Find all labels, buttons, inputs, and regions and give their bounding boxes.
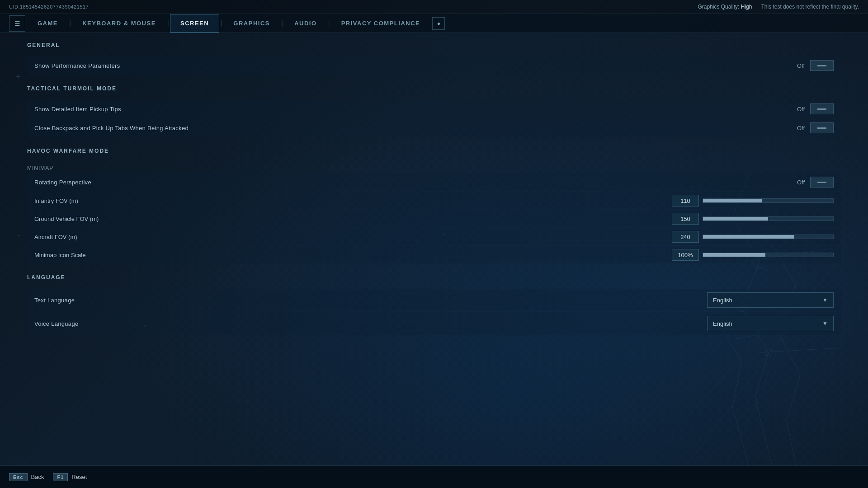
back-button[interactable]: Esc Back	[9, 473, 44, 481]
bottom-bar: Esc Back F1 Reset	[0, 465, 868, 488]
section-tactical: TACTICAL TURMOIL MODE Show Detailed Item…	[27, 85, 841, 137]
separator: |	[280, 19, 284, 28]
slider-value-ground-fov[interactable]: 150	[672, 213, 699, 225]
slider-fill-minimap-scale	[703, 253, 765, 257]
tab-privacy[interactable]: PRIVACY COMPLIANCE	[331, 14, 431, 33]
slider-bg	[703, 235, 834, 239]
tab-screen[interactable]: SCREEN	[170, 14, 219, 33]
separator: |	[166, 19, 170, 28]
quality-info: Graphics Quality: High This test does no…	[698, 4, 859, 10]
toggle-show-pickup[interactable]	[810, 103, 834, 114]
tab-keyboard-mouse[interactable]: KEYBOARD & MOUSE	[72, 14, 166, 33]
section-language: LANGUAGE Text Language English ▼ Voice L…	[27, 274, 841, 335]
dropdown-text-language[interactable]: English ▼	[707, 292, 834, 308]
section-title-general: GENERAL	[27, 42, 841, 51]
slider-fill-infantry	[703, 199, 762, 202]
tab-graphics[interactable]: GRAPHICS	[223, 14, 280, 33]
dropdown-voice-language[interactable]: English ▼	[707, 316, 834, 331]
slider-track-aircraft-fov[interactable]	[703, 232, 834, 241]
setting-row-minimap-scale: Minimap Icon Scale 100%	[27, 246, 841, 263]
quality-notice: This test does not reflect the final qua…	[761, 4, 859, 10]
nav-tabs: ☰ GAME | KEYBOARD & MOUSE | SCREEN | GRA…	[0, 14, 868, 33]
slider-value-aircraft-fov[interactable]: 240	[672, 231, 699, 243]
setting-value-close-backpack: Off	[791, 125, 805, 131]
setting-row-show-performance: Show Performance Parameters Off	[27, 56, 841, 75]
setting-value-show-pickup: Off	[791, 106, 805, 113]
section-title-tactical: TACTICAL TURMOIL MODE	[27, 85, 841, 94]
setting-label-ground-fov: Ground Vehicle FOV (m)	[34, 216, 672, 222]
slider-fill-ground	[703, 217, 768, 221]
setting-label-aircraft-fov: Aircraft FOV (m)	[34, 234, 672, 240]
dropdown-arrow-icon: ▼	[822, 297, 828, 303]
back-key: Esc	[9, 473, 28, 481]
slider-track-minimap-scale[interactable]	[703, 250, 834, 259]
dropdown-arrow-icon: ▼	[822, 320, 828, 327]
toggle-dash	[817, 127, 826, 129]
toggle-rotating[interactable]	[810, 177, 834, 188]
setting-label-infantry-fov: Infantry FOV (m)	[34, 197, 672, 204]
top-bar: UID:18514542620774390421517 Graphics Qua…	[0, 0, 868, 14]
setting-label-minimap-scale: Minimap Icon Scale	[34, 252, 672, 258]
setting-row-rotating: Rotating Perspective Off	[27, 173, 841, 191]
toggle-dash	[817, 182, 826, 183]
separator: |	[219, 19, 223, 28]
setting-row-close-backpack: Close Backpack and Pick Up Tabs When Bei…	[27, 119, 841, 137]
main-content: GENERAL Show Performance Parameters Off …	[0, 33, 868, 453]
setting-value-show-performance: Off	[791, 62, 805, 69]
setting-row-aircraft-fov: Aircraft FOV (m) 240	[27, 228, 841, 245]
slider-track-ground-fov[interactable]	[703, 214, 834, 223]
toggle-dash	[817, 108, 826, 110]
section-title-havoc: HAVOC WARFARE MODE	[27, 148, 841, 157]
subsection-minimap: Minimap	[27, 162, 841, 173]
slider-bg	[703, 198, 834, 203]
toggle-show-performance[interactable]	[810, 60, 834, 71]
slider-value-minimap-scale[interactable]: 100%	[672, 249, 699, 261]
slider-value-infantry-fov[interactable]: 110	[672, 195, 699, 206]
setting-label-show-pickup: Show Detailed Item Pickup Tips	[34, 106, 791, 113]
setting-label-show-performance: Show Performance Parameters	[34, 62, 791, 69]
setting-row-infantry-fov: Infantry FOV (m) 110	[27, 192, 841, 209]
slider-fill-aircraft	[703, 235, 794, 239]
slider-bg	[703, 216, 834, 221]
tab-audio[interactable]: AUDIO	[284, 14, 327, 33]
quality-text: Graphics Quality: High	[698, 4, 752, 10]
setting-row-voice-language: Voice Language English ▼	[27, 312, 841, 335]
setting-label-voice-language: Voice Language	[34, 320, 707, 327]
setting-row-text-language: Text Language English ▼	[27, 289, 841, 311]
toggle-close-backpack[interactable]	[810, 122, 834, 133]
back-label: Back	[31, 474, 44, 480]
reset-label: Reset	[71, 474, 87, 480]
reset-key: F1	[53, 473, 68, 481]
section-title-language: LANGUAGE	[27, 274, 841, 283]
setting-value-rotating: Off	[791, 179, 805, 186]
slider-bg	[703, 253, 834, 257]
separator: |	[327, 19, 331, 28]
section-havoc: HAVOC WARFARE MODE Minimap Rotating Pers…	[27, 148, 841, 263]
setting-row-ground-fov: Ground Vehicle FOV (m) 150	[27, 210, 841, 227]
setting-label-text-language: Text Language	[34, 297, 707, 304]
tab-icon-left[interactable]: ☰	[9, 15, 25, 32]
tab-game[interactable]: GAME	[27, 14, 68, 33]
setting-label-rotating: Rotating Perspective	[34, 179, 791, 186]
setting-row-show-pickup: Show Detailed Item Pickup Tips Off	[27, 100, 841, 118]
tab-icon-right[interactable]: ●	[432, 17, 445, 30]
reset-button[interactable]: F1 Reset	[53, 473, 87, 481]
uid-text: UID:18514542620774390421517	[9, 4, 89, 9]
section-general: GENERAL Show Performance Parameters Off	[27, 42, 841, 75]
toggle-dash	[817, 65, 826, 66]
setting-label-close-backpack: Close Backpack and Pick Up Tabs When Bei…	[34, 125, 791, 131]
slider-track-infantry-fov[interactable]	[703, 196, 834, 205]
separator: |	[68, 19, 72, 28]
